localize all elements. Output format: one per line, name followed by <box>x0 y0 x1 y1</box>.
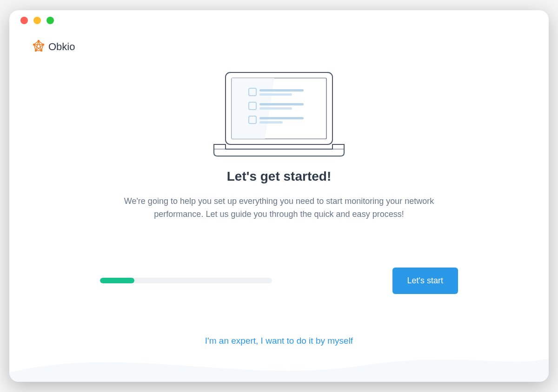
content-area: Obkio <box>9 31 549 382</box>
svg-point-9 <box>35 50 37 52</box>
svg-point-7 <box>42 44 44 46</box>
svg-point-8 <box>40 50 42 52</box>
mouse-cursor-icon <box>335 372 340 380</box>
start-button[interactable]: Let's start <box>392 268 458 294</box>
action-row: Let's start <box>100 268 458 294</box>
brand-name: Obkio <box>48 41 75 53</box>
expert-skip-link[interactable]: I'm an expert, I want to do it by myself <box>28 336 530 346</box>
app-window: Obkio <box>9 10 549 382</box>
onboarding-description: We're going to help you set up everythin… <box>107 195 451 221</box>
progress-fill <box>100 278 134 283</box>
svg-rect-20 <box>259 103 304 105</box>
svg-rect-18 <box>259 93 292 96</box>
svg-rect-17 <box>259 89 304 91</box>
laptop-illustration-icon <box>205 68 353 161</box>
svg-rect-24 <box>259 121 283 124</box>
logo-icon <box>33 40 45 54</box>
window-close-button[interactable] <box>20 17 28 24</box>
window-titlebar <box>9 10 549 31</box>
svg-rect-23 <box>259 117 304 119</box>
svg-point-6 <box>38 40 40 42</box>
onboarding-progress <box>100 278 272 283</box>
onboarding-hero: Let's get started! We're going to help y… <box>28 68 530 221</box>
svg-rect-21 <box>259 107 292 110</box>
onboarding-headline: Let's get started! <box>227 169 331 184</box>
window-minimize-button[interactable] <box>33 17 41 24</box>
decorative-wave <box>9 340 549 382</box>
svg-point-10 <box>33 44 35 46</box>
window-maximize-button[interactable] <box>46 17 54 24</box>
brand: Obkio <box>33 40 530 54</box>
